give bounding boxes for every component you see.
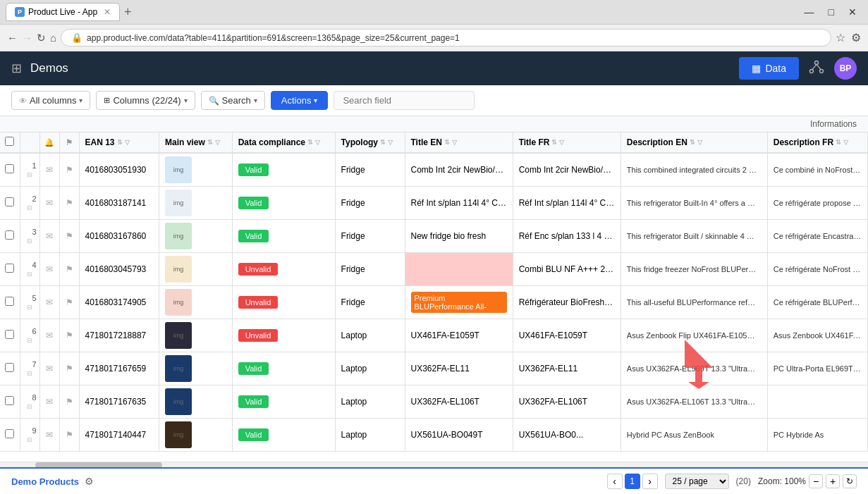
row-checkbox[interactable] <box>5 230 14 240</box>
sort-icon-typ: ⇅ <box>380 139 386 146</box>
row-checkbox[interactable] <box>5 330 14 339</box>
th-ean13[interactable]: EAN 13 ⇅ ▽ <box>79 132 159 153</box>
cell-ean13: 4016803051930 <box>85 165 147 175</box>
th-ean13-label: EAN 13 <box>85 137 115 147</box>
table-row[interactable]: 6⊟✉⚑4718017218887imgUnvalidLaptopUX461FA… <box>0 319 868 352</box>
next-page-button[interactable]: › <box>642 474 658 489</box>
sort-icon-dfr: ⇅ <box>836 139 841 146</box>
row-checkbox[interactable] <box>5 363 14 372</box>
home-button[interactable]: ⌂ <box>50 32 56 44</box>
cell-main-view-image: img <box>165 223 192 249</box>
select-all-checkbox[interactable] <box>5 137 14 146</box>
cell-typology: Fridge <box>341 198 365 208</box>
row-notif-icon: ✉ <box>46 264 53 274</box>
row-number: 6 <box>23 327 37 335</box>
cell-typology: Laptop <box>341 331 367 340</box>
refresh-data-button[interactable]: ↻ <box>843 474 857 488</box>
footer-left: Demo Products ⚙ <box>11 476 94 487</box>
table-row[interactable]: 8⊟✉⚑4718017167635imgValidLaptopUX362FA-E… <box>0 385 868 419</box>
zoom-plus-button[interactable]: + <box>826 474 840 488</box>
cell-ean13: 4016803167860 <box>85 231 147 241</box>
forward-button[interactable]: → <box>22 32 32 44</box>
sort-icon-dc: ⇅ <box>307 139 313 146</box>
filter-icon-typ: ▽ <box>388 139 393 146</box>
table-row[interactable]: 7⊟✉⚑4718017167659imgValidLaptopUX362FA-E… <box>0 352 868 385</box>
cell-desc-fr: PC Hybride As <box>774 431 862 439</box>
cell-desc-en: This all-useful BLUPerformance refrigera… <box>627 298 757 307</box>
table-row[interactable]: 4⊟✉⚑4016803045793imgUnvalidFridgeCombi B… <box>0 253 868 286</box>
browser-tab[interactable]: P Product Live - App ✕ <box>6 3 120 21</box>
refresh-button[interactable]: ↻ <box>37 32 46 44</box>
row-flag-icon: ⚑ <box>66 364 73 373</box>
svg-point-0 <box>815 61 819 64</box>
actions-label: Actions <box>281 95 312 106</box>
flag-icon: ⚑ <box>66 138 73 147</box>
cell-compliance-badge: Valid <box>238 362 269 375</box>
data-icon: ▦ <box>752 63 761 74</box>
row-checkbox[interactable] <box>5 297 14 306</box>
th-main-view[interactable]: Main view ⇅ ▽ <box>159 132 233 153</box>
columns-chevron-icon: ▾ <box>184 97 188 104</box>
columns-button[interactable]: ⊞ Columns (22/24) ▾ <box>96 91 195 110</box>
all-columns-button[interactable]: 👁 All columns ▾ <box>11 91 90 110</box>
th-description-fr[interactable]: Description FR ⇅ ▽ <box>767 132 867 153</box>
back-button[interactable]: ← <box>7 32 18 44</box>
new-tab-button[interactable]: + <box>120 4 136 21</box>
cell-desc-fr: Asus Zenbook UX461FA-E1059T Ultrab <box>774 331 862 340</box>
th-checkbox <box>0 132 20 153</box>
data-button[interactable]: ▦ Data <box>739 57 799 80</box>
user-avatar[interactable]: BP <box>834 57 857 80</box>
table-row[interactable]: 9⊟✉⚑4718017140447imgValidLaptopUX561UA-B… <box>0 419 868 452</box>
row-number: 9 <box>23 426 37 435</box>
nav-grid-icon[interactable]: ⊞ <box>11 61 22 76</box>
lock-icon: 🔒 <box>71 32 82 43</box>
table-row[interactable]: 2⊟✉⚑4016803187141imgValidFridgeRéf Int s… <box>0 187 868 220</box>
address-bar[interactable]: 🔒 app.product-live.com/data?table=411&pa… <box>61 29 831 47</box>
row-checkbox[interactable] <box>5 164 14 173</box>
search-label: Search <box>222 95 251 106</box>
th-title-fr[interactable]: Title FR ⇅ ▽ <box>513 132 621 153</box>
bookmark-button[interactable]: ☆ <box>836 31 845 44</box>
th-description-en[interactable]: Description EN ⇅ ▽ <box>621 132 767 153</box>
search-input[interactable] <box>334 91 475 110</box>
zoom-minus-button[interactable]: − <box>809 474 823 488</box>
row-checkbox[interactable] <box>5 429 14 438</box>
prev-page-button[interactable]: ‹ <box>607 474 623 489</box>
cell-desc-en: Asus Zenbook Flip UX461FA-E1059T Ultrabo… <box>627 331 757 340</box>
cell-typology: Fridge <box>341 231 365 241</box>
table-row[interactable]: 1⊟✉⚑4016803051930imgValidFridgeComb Int … <box>0 153 868 187</box>
page-size-select[interactable]: 25 / page 50 / page 100 / page <box>665 474 729 489</box>
maximize-button[interactable]: □ <box>823 6 840 18</box>
table-row[interactable]: 3⊟✉⚑4016803167860imgValidFridgeNew fridg… <box>0 220 868 253</box>
cell-title-en: UX362FA-EL11 <box>411 364 507 373</box>
horizontal-scrollbar[interactable] <box>0 462 868 467</box>
filter-icon-ten: ▽ <box>452 139 457 146</box>
cell-compliance-badge: Valid <box>238 395 269 408</box>
row-checkbox[interactable] <box>5 264 14 273</box>
table-row[interactable]: 5⊟✉⚑4016803174905imgUnvalidFridgePremium… <box>0 286 868 319</box>
footer-right: ‹ 1 › 25 / page 50 / page 100 / page (20… <box>607 474 857 489</box>
cell-typology: Fridge <box>341 297 365 307</box>
cell-title-fr: Réf Int s/plan 114l 4° Comfort A++ <box>519 198 615 208</box>
cell-main-view-image: img <box>165 421 192 448</box>
actions-button[interactable]: Actions ▾ <box>271 91 329 110</box>
actions-chevron-icon: ▾ <box>314 97 317 104</box>
th-typology[interactable]: Typology ⇅ ▽ <box>335 132 405 153</box>
info-label: Informations <box>810 119 857 129</box>
network-button[interactable] <box>806 56 827 81</box>
th-notif: 🔔 <box>39 132 59 153</box>
close-button[interactable]: ✕ <box>843 6 862 18</box>
minimize-button[interactable]: — <box>799 6 820 18</box>
search-button[interactable]: 🔍 Search ▾ <box>201 91 265 110</box>
search-icon: 🔍 <box>209 96 219 106</box>
tab-close-icon[interactable]: ✕ <box>104 7 111 17</box>
total-count: (20) <box>736 476 751 486</box>
row-checkbox[interactable] <box>5 396 14 405</box>
footer-settings-icon[interactable]: ⚙ <box>85 476 94 487</box>
row-checkbox[interactable] <box>5 197 14 206</box>
th-title-en[interactable]: Title EN ⇅ ▽ <box>405 132 513 153</box>
cell-title-en: UX461FA-E1059T <box>411 331 507 340</box>
extensions-button[interactable]: ⚙ <box>851 31 861 44</box>
th-data-compliance[interactable]: Data compliance ⇅ ▽ <box>232 132 335 153</box>
info-bar: Informations <box>0 116 868 132</box>
